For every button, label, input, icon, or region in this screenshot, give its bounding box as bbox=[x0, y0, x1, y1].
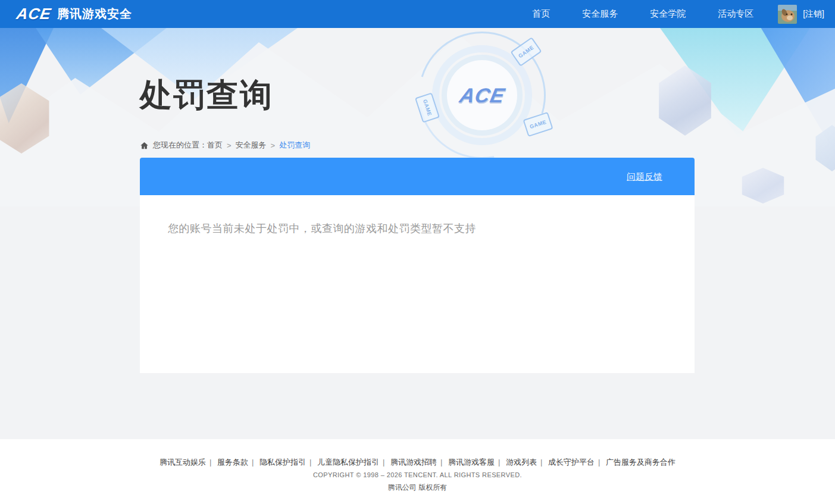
footer-separator: | bbox=[209, 458, 211, 467]
footer: 腾讯互动娱乐| 服务条款| 隐私保护指引| 儿童隐私保护指引| 腾讯游戏招聘| … bbox=[0, 439, 835, 504]
logout-link[interactable]: [注销] bbox=[803, 9, 824, 20]
footer-link-ads-business[interactable]: 广告服务及商务合作 bbox=[606, 458, 675, 467]
breadcrumb-label: 您现在的位置： bbox=[153, 140, 207, 151]
copyright-text: COPYRIGHT © 1998 – 2026 TENCENT. ALL RIG… bbox=[0, 471, 835, 478]
footer-separator: | bbox=[540, 458, 542, 467]
nav-item-security-academy[interactable]: 安全学院 bbox=[650, 8, 686, 20]
footer-links: 腾讯互动娱乐| 服务条款| 隐私保护指引| 儿童隐私保护指引| 腾讯游戏招聘| … bbox=[0, 457, 835, 468]
footer-link-children-privacy[interactable]: 儿童隐私保护指引 bbox=[317, 458, 379, 467]
company-text: 腾讯公司 版权所有 bbox=[0, 483, 835, 493]
emblem-inner-circle: ACE bbox=[447, 60, 517, 130]
card-body: 您的账号当前未处于处罚中，或查询的游戏和处罚类型暂不支持 bbox=[140, 195, 695, 373]
footer-separator: | bbox=[598, 458, 600, 467]
feedback-link[interactable]: 问题反馈 bbox=[627, 171, 662, 182]
breadcrumb: 您现在的位置： 首页 > 安全服务 > 处罚查询 bbox=[140, 140, 310, 151]
card-banner: 问题反馈 bbox=[140, 158, 695, 195]
breadcrumb-separator: > bbox=[271, 141, 276, 150]
nav-item-security-services[interactable]: 安全服务 bbox=[582, 8, 618, 20]
footer-link-careers[interactable]: 腾讯游戏招聘 bbox=[390, 458, 437, 467]
no-punishment-message: 您的账号当前未处于处罚中，或查询的游戏和处罚类型暂不支持 bbox=[140, 195, 695, 236]
breadcrumb-separator: > bbox=[227, 141, 232, 150]
footer-link-terms[interactable]: 服务条款 bbox=[217, 458, 248, 467]
site-logo[interactable]: ACE 腾讯游戏安全 bbox=[17, 5, 132, 23]
footer-link-growth-guard[interactable]: 成长守护平台 bbox=[548, 458, 595, 467]
breadcrumb-item-current[interactable]: 处罚查询 bbox=[279, 140, 310, 151]
avatar-image bbox=[778, 5, 797, 24]
top-navbar: ACE 腾讯游戏安全 首页 安全服务 安全学院 活动专区 [注销] bbox=[0, 0, 835, 28]
main-nav: 首页 安全服务 安全学院 活动专区 [注销] bbox=[516, 0, 835, 28]
breadcrumb-item-home[interactable]: 首页 bbox=[207, 140, 223, 151]
footer-separator: | bbox=[383, 458, 384, 467]
footer-separator: | bbox=[440, 458, 442, 467]
breadcrumb-item-security-services[interactable]: 安全服务 bbox=[236, 140, 267, 151]
nav-item-home[interactable]: 首页 bbox=[532, 8, 550, 20]
footer-link-ient[interactable]: 腾讯互动娱乐 bbox=[160, 458, 206, 467]
footer-separator: | bbox=[498, 458, 500, 467]
home-icon bbox=[140, 141, 149, 150]
site-logo-text: 腾讯游戏安全 bbox=[57, 6, 132, 22]
ace-emblem-logo-icon: ACE bbox=[457, 84, 506, 107]
ace-logo-icon: ACE bbox=[15, 5, 52, 23]
query-result-card: 问题反馈 您的账号当前未处于处罚中，或查询的游戏和处罚类型暂不支持 bbox=[140, 158, 695, 373]
page: ACE 腾讯游戏安全 首页 安全服务 安全学院 活动专区 [注销] bbox=[0, 0, 835, 504]
nav-item-activity-zone[interactable]: 活动专区 bbox=[718, 8, 753, 20]
page-title: 处罚查询 bbox=[140, 74, 273, 117]
user-avatar[interactable] bbox=[778, 5, 797, 24]
footer-separator: | bbox=[309, 458, 311, 467]
footer-separator: | bbox=[252, 458, 254, 467]
footer-link-customer-service[interactable]: 腾讯游戏客服 bbox=[448, 458, 495, 467]
footer-link-privacy[interactable]: 隐私保护指引 bbox=[259, 458, 306, 467]
footer-link-game-list[interactable]: 游戏列表 bbox=[506, 458, 537, 467]
